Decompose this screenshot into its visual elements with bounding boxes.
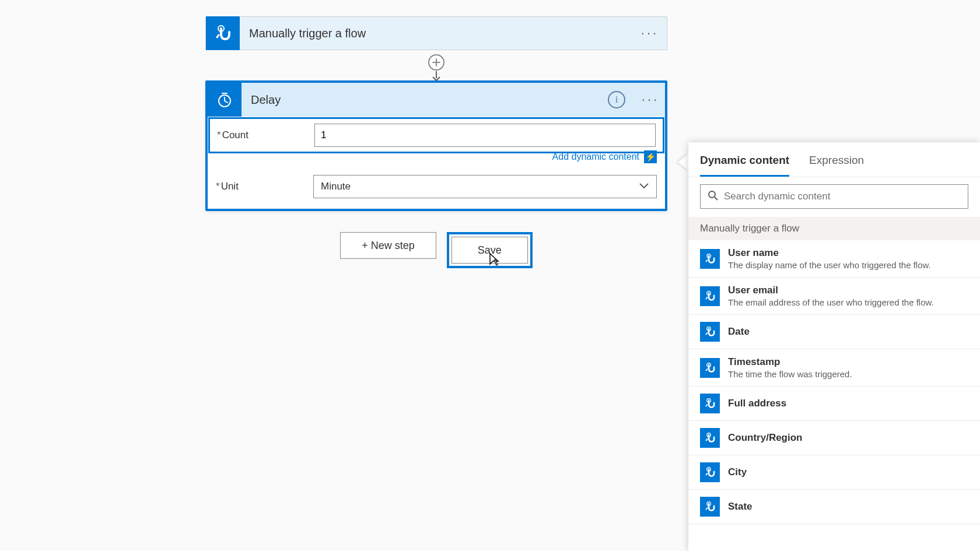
dc-item-text: State [728,501,968,513]
save-button[interactable]: Save [452,237,528,264]
dc-item-text: Date [728,326,968,338]
dc-item[interactable]: City [688,455,980,490]
count-label: *Count [217,129,307,141]
unit-label: *Unit [216,181,306,192]
trigger-title: Manually trigger a flow [240,27,633,40]
count-row: *Count [209,118,664,153]
trigger-card[interactable]: Manually trigger a flow ··· [205,16,667,50]
dc-list: User nameThe display name of the user wh… [688,240,980,551]
dc-item-title: Timestamp [728,356,968,368]
dc-item[interactable]: Full address [688,387,980,421]
dc-search-input[interactable] [724,191,961,202]
tab-expression[interactable]: Expression [809,154,864,177]
touch-icon [700,358,720,378]
dynamic-content-panel: Dynamic content Expression Manually trig… [688,142,980,551]
dc-item-text: TimestampThe time the flow was triggered… [728,356,968,379]
info-icon[interactable]: i [608,91,625,108]
dc-search-box[interactable] [700,184,968,209]
dc-item-desc: The time the flow was triggered. [728,369,968,379]
new-step-button[interactable]: + New step [340,232,436,259]
touch-icon [700,428,720,448]
dc-item[interactable]: Date [688,315,980,349]
dc-item-title: Full address [728,398,968,409]
touch-icon [700,462,720,482]
dc-item[interactable]: User emailThe email address of the user … [688,278,980,315]
unit-select[interactable]: Minute [313,175,657,198]
touch-icon [700,394,720,413]
dc-item-title: State [728,501,968,513]
dc-item-title: Country/Region [728,432,968,444]
count-input[interactable] [314,124,656,147]
dc-item-text: Country/Region [728,432,968,444]
dc-item[interactable]: User nameThe display name of the user wh… [688,240,980,278]
chevron-down-icon [639,181,649,192]
dc-item-desc: The display name of the user who trigger… [728,260,968,270]
dc-item-title: User email [728,285,968,296]
delay-menu-icon[interactable]: ··· [636,92,665,107]
dc-tabs: Dynamic content Expression [688,142,980,177]
delay-title: Delay [242,93,608,107]
fx-badge-icon[interactable]: ⚡ [644,150,657,163]
dc-item-title: City [728,466,968,478]
dc-item-text: User emailThe email address of the user … [728,285,968,307]
search-icon [708,190,718,203]
dc-item-title: Date [728,326,968,338]
dc-item[interactable]: State [688,490,980,524]
clock-icon [208,83,242,117]
dc-item-text: Full address [728,398,968,409]
dc-item-title: User name [728,247,968,259]
add-dynamic-content-row: Add dynamic content ⚡ [208,150,665,167]
dc-item-text: City [728,466,968,478]
dc-item[interactable]: Country/Region [688,421,980,455]
touch-icon [700,497,720,517]
add-dynamic-content-link[interactable]: Add dynamic content [552,152,639,162]
touch-icon [700,322,720,342]
touch-icon [206,16,240,50]
save-highlight: Save [447,232,533,268]
delay-header[interactable]: Delay i ··· [208,83,665,117]
dc-group-header: Manually trigger a flow [688,217,980,240]
unit-row: *Unit Minute [208,167,665,209]
touch-icon [700,249,720,269]
dc-item-text: User nameThe display name of the user wh… [728,247,968,270]
dc-item-desc: The email address of the user who trigge… [728,297,968,307]
add-step-plus-icon[interactable] [428,54,444,71]
footer-actions: + New step Save [205,232,667,268]
dc-item[interactable]: TimestampThe time the flow was triggered… [688,349,980,387]
tab-dynamic-content[interactable]: Dynamic content [700,154,789,177]
touch-icon [700,286,720,306]
delay-card: Delay i ··· *Count Add dynamic content ⚡… [205,80,667,211]
trigger-menu-icon[interactable]: ··· [633,16,667,50]
unit-value: Minute [321,181,351,192]
svg-point-2 [709,191,715,198]
panel-pointer-icon [678,154,688,170]
